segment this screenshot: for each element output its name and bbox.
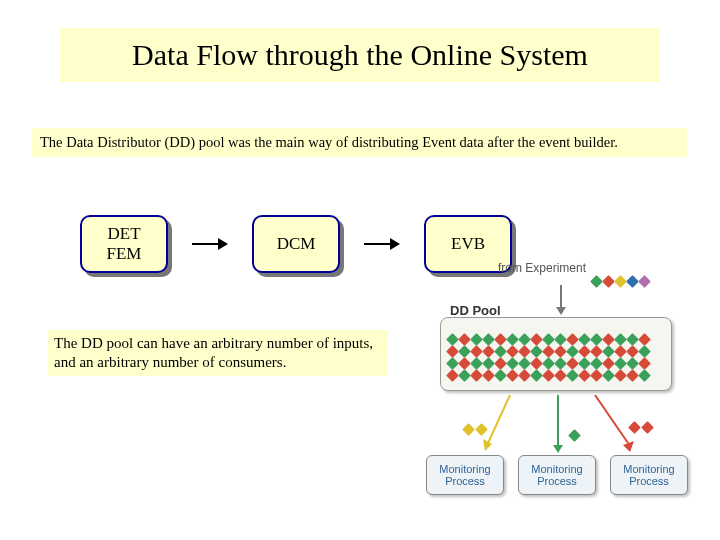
- data-dot: [590, 333, 603, 346]
- data-dot: [458, 369, 471, 382]
- data-dot: [578, 369, 591, 382]
- page-title: Data Flow through the Online System: [60, 28, 660, 82]
- data-dot: [602, 275, 615, 288]
- data-dot: [446, 357, 459, 370]
- data-dot: [530, 369, 543, 382]
- data-dot: [530, 345, 543, 358]
- data-dot: [628, 421, 641, 434]
- consumer-label: Monitoring: [623, 463, 674, 475]
- data-dot: [566, 345, 579, 358]
- data-dot: [638, 333, 651, 346]
- consumer-label: Monitoring: [439, 463, 490, 475]
- data-dot: [614, 357, 627, 370]
- data-dot: [578, 345, 591, 358]
- from-experiment-label: from Experiment: [498, 261, 586, 275]
- node-label: FEM: [107, 244, 142, 264]
- data-dot: [602, 369, 615, 382]
- data-dot: [494, 357, 507, 370]
- data-dot: [626, 345, 639, 358]
- node-label: DCM: [277, 234, 316, 254]
- consumer-label: Monitoring: [531, 463, 582, 475]
- data-dot: [602, 345, 615, 358]
- data-dot: [554, 369, 567, 382]
- svg-line-10: [595, 395, 628, 443]
- arrow-out-icon: [548, 395, 568, 459]
- data-dot: [602, 357, 615, 370]
- data-dot: [518, 357, 531, 370]
- output-stream: [570, 431, 579, 440]
- data-dot: [542, 345, 555, 358]
- data-dot: [602, 333, 615, 346]
- data-dot: [462, 423, 475, 436]
- node-det-fem: DET FEM: [80, 215, 168, 273]
- data-dot: [470, 345, 483, 358]
- dd-pool-diagram: from Experiment DD Pool Monitoring P: [420, 255, 700, 510]
- svg-marker-7: [483, 439, 492, 451]
- monitoring-process-box: Monitoring Process: [518, 455, 596, 495]
- arrow-icon: [192, 234, 228, 254]
- data-dot: [446, 333, 459, 346]
- node-label: EVB: [451, 234, 485, 254]
- data-dot: [482, 357, 495, 370]
- data-dot: [542, 369, 555, 382]
- data-dot: [626, 369, 639, 382]
- node-label: DET: [107, 224, 140, 244]
- monitoring-process-box: Monitoring Process: [610, 455, 688, 495]
- svg-marker-3: [390, 238, 400, 250]
- output-stream: [630, 423, 652, 432]
- data-dot: [446, 369, 459, 382]
- monitoring-process-box: Monitoring Process: [426, 455, 504, 495]
- data-dot: [614, 369, 627, 382]
- data-dot: [638, 369, 651, 382]
- data-dot: [626, 357, 639, 370]
- data-dot: [614, 345, 627, 358]
- data-dot: [554, 357, 567, 370]
- data-dot: [506, 333, 519, 346]
- data-dot: [590, 357, 603, 370]
- data-dot: [470, 357, 483, 370]
- data-dot: [568, 429, 581, 442]
- output-stream: [464, 425, 486, 434]
- data-dot: [506, 369, 519, 382]
- svg-marker-1: [218, 238, 228, 250]
- data-dot: [506, 345, 519, 358]
- data-dot: [614, 333, 627, 346]
- data-dot: [626, 333, 639, 346]
- svg-marker-5: [556, 307, 566, 315]
- consumers-row: Monitoring Process Monitoring Process Mo…: [426, 455, 688, 495]
- svg-line-6: [488, 395, 510, 443]
- data-dot: [470, 369, 483, 382]
- data-dot: [494, 333, 507, 346]
- data-dot: [446, 345, 459, 358]
- data-dot: [638, 345, 651, 358]
- data-dot: [518, 369, 531, 382]
- data-dot: [578, 333, 591, 346]
- data-dot: [554, 345, 567, 358]
- consumer-label: Process: [445, 475, 485, 487]
- data-dot: [566, 357, 579, 370]
- dd-pool-grid: [448, 335, 649, 380]
- data-dot: [641, 421, 654, 434]
- data-dot: [542, 357, 555, 370]
- dd-pool-caption: The DD pool can have an arbitrary number…: [48, 330, 388, 376]
- data-dot: [566, 333, 579, 346]
- dd-pool-label: DD Pool: [450, 303, 501, 318]
- data-dot: [475, 423, 488, 436]
- data-dot: [554, 333, 567, 346]
- data-dot: [494, 369, 507, 382]
- data-dot: [458, 333, 471, 346]
- data-dot: [458, 357, 471, 370]
- consumer-label: Process: [629, 475, 669, 487]
- data-dot: [542, 333, 555, 346]
- data-dot: [590, 275, 603, 288]
- data-dot: [530, 333, 543, 346]
- data-dot: [590, 345, 603, 358]
- data-dot: [458, 345, 471, 358]
- data-dot: [590, 369, 603, 382]
- data-dot: [626, 275, 639, 288]
- data-dot: [638, 357, 651, 370]
- subtitle-text: The Data Distributor (DD) pool was the m…: [32, 128, 687, 157]
- data-dot: [578, 357, 591, 370]
- data-dot: [506, 357, 519, 370]
- arrow-icon: [364, 234, 400, 254]
